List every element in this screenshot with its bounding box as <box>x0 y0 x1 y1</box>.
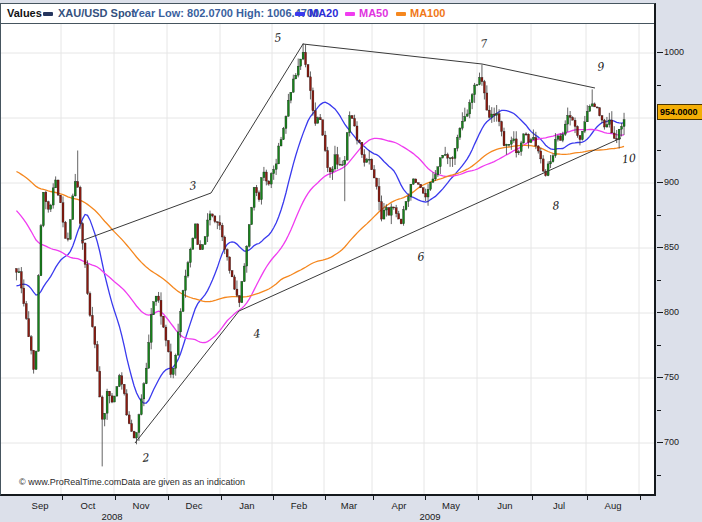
x-axis-tick <box>221 496 222 500</box>
ma100-legend-dash-icon <box>396 12 406 16</box>
x-axis-tick <box>478 496 479 500</box>
price-chart[interactable]: 2345678910 <box>1 24 654 494</box>
y-axis-label: 800 <box>664 307 679 317</box>
x-axis: SepOctNovDecJanFebMarAprMayJunJulAug2008… <box>0 496 702 522</box>
watermark: © www.ProRealTime.comData are given as a… <box>19 477 245 487</box>
x-axis-tick <box>587 496 588 500</box>
x-axis-month-label: Dec <box>186 500 203 511</box>
x-axis-month-label: Aug <box>605 500 622 511</box>
x-axis-tick <box>373 496 374 500</box>
x-axis-month-label: Jun <box>497 500 512 511</box>
swing-label-10: 10 <box>620 151 637 166</box>
y-axis-tick <box>657 280 661 281</box>
y-axis-tick <box>657 312 663 313</box>
swing-label-3: 3 <box>188 179 198 193</box>
x-axis-month-label: Mar <box>341 500 357 511</box>
trend-line <box>303 44 482 64</box>
values-label: Values <box>7 7 42 19</box>
x-axis-month-label: Nov <box>133 500 150 511</box>
x-axis-tick <box>325 496 326 500</box>
swing-label-2: 2 <box>141 451 151 465</box>
x-axis-tick <box>273 496 274 500</box>
y-axis: 1000950900850800750700 <box>657 23 702 495</box>
swing-label-4: 4 <box>252 327 262 341</box>
page: Values XAU/USD Spot Year Low: 802.0700 H… <box>0 0 702 522</box>
instrument-label[interactable]: XAU/USD Spot <box>58 7 135 19</box>
ma100-label[interactable]: MA100 <box>410 7 445 19</box>
y-axis-label: 1000 <box>664 47 684 57</box>
ma20-line <box>16 102 624 403</box>
last-price-tag: 954.0000 <box>657 104 702 120</box>
ma50-label[interactable]: MA50 <box>359 7 388 19</box>
x-axis-tick <box>425 496 426 500</box>
chart-panel: Values XAU/USD Spot Year Low: 802.0700 H… <box>0 3 656 496</box>
x-axis-month-label: Jan <box>239 500 254 511</box>
x-axis-tick <box>62 496 63 500</box>
x-axis-tick <box>640 496 641 500</box>
swing-label-9: 9 <box>596 60 606 74</box>
x-axis-year-label: 2009 <box>419 511 440 522</box>
x-axis-year-label: 2008 <box>101 511 122 522</box>
instrument-legend-dash-icon <box>43 12 53 16</box>
x-axis-tick <box>532 496 533 500</box>
ma100-line <box>16 145 624 301</box>
ma50-line <box>16 130 624 343</box>
swing-label-5: 5 <box>273 31 283 45</box>
x-axis-tick <box>168 496 169 500</box>
y-axis-label: 700 <box>664 437 679 447</box>
y-axis-tick <box>657 52 663 53</box>
plot-area[interactable]: 2345678910 © www.ProRealTime.comData are… <box>1 24 654 494</box>
y-axis-label: 850 <box>664 242 679 252</box>
ma50-legend-dash-icon <box>345 12 355 16</box>
swing-label-8: 8 <box>551 199 561 213</box>
y-axis-tick <box>657 475 661 476</box>
y-axis-tick <box>657 410 661 411</box>
y-axis-tick <box>657 442 663 443</box>
y-axis-tick <box>657 247 663 248</box>
x-axis-month-label: Jul <box>553 500 565 511</box>
y-axis-tick <box>657 85 661 86</box>
x-axis-month-label: Oct <box>81 500 96 511</box>
x-axis-tick <box>115 496 116 500</box>
ma20-label[interactable]: MA20 <box>309 7 338 19</box>
x-axis-month-label: Apr <box>392 500 407 511</box>
x-axis-month-label: Sep <box>32 500 49 511</box>
y-axis-tick <box>657 215 661 216</box>
year-low-high-label: Year Low: 802.0700 High: 1006.4700 <box>132 7 319 19</box>
x-axis-month-label: May <box>442 500 460 511</box>
ma20-legend-dash-icon <box>295 12 305 16</box>
y-axis-tick <box>657 345 661 346</box>
y-axis-label: 750 <box>664 372 679 382</box>
y-axis-tick <box>657 377 663 378</box>
swing-label-7: 7 <box>479 37 490 51</box>
x-axis-month-label: Feb <box>291 500 307 511</box>
y-axis-label: 900 <box>664 177 679 187</box>
y-axis-tick <box>657 182 663 183</box>
trend-line <box>482 64 595 88</box>
y-axis-tick <box>657 150 661 151</box>
trend-line <box>239 138 621 311</box>
chart-header: Values XAU/USD Spot Year Low: 802.0700 H… <box>1 4 654 24</box>
